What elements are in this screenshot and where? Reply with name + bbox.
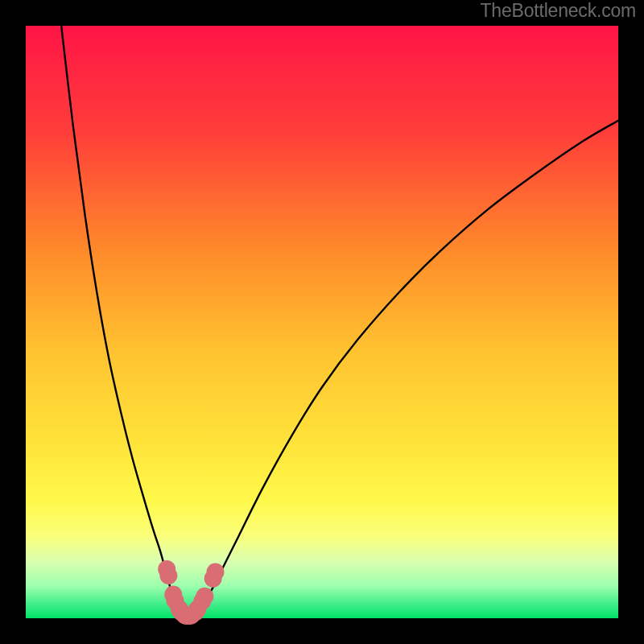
highlight-dot (207, 564, 225, 581)
bottleneck-chart (0, 0, 644, 644)
highlight-dot (159, 567, 177, 584)
watermark-text: TheBottleneck.com (481, 0, 636, 22)
highlight-dot (196, 588, 213, 605)
chart-container: TheBottleneck.com (0, 0, 644, 644)
plot-background (26, 26, 618, 618)
